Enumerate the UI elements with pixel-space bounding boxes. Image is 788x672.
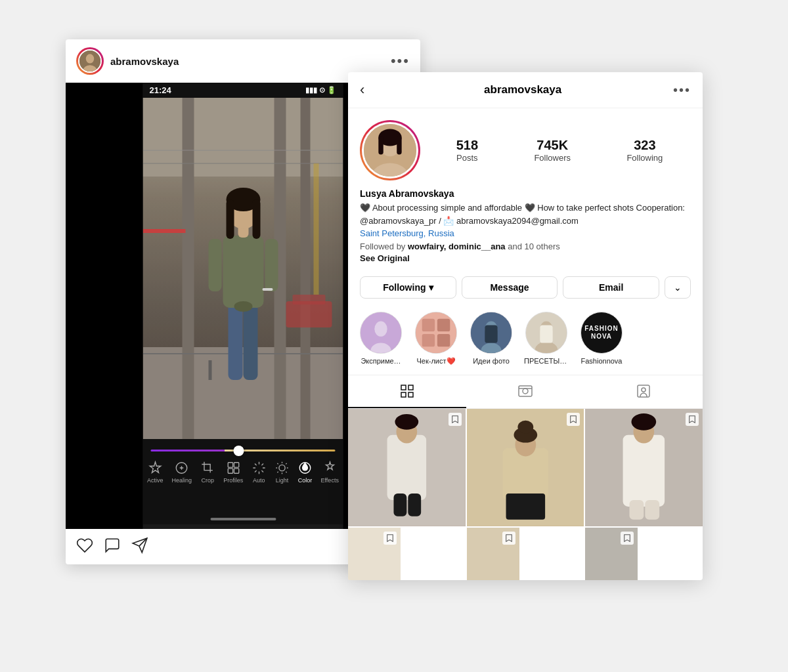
grid-cell-3[interactable] — [348, 528, 401, 580]
grid-cell-5[interactable] — [585, 528, 638, 580]
comment-icon[interactable] — [104, 537, 121, 556]
svg-point-84 — [632, 413, 657, 430]
svg-rect-31 — [234, 463, 238, 467]
edit-tools: Active Healing Crop Profiles — [143, 457, 343, 515]
grid-cell-4[interactable] — [467, 528, 519, 580]
grid-cell-1[interactable] — [467, 409, 584, 526]
post-username: abramovskaya — [110, 56, 179, 67]
profile-more-icon[interactable]: ••• — [673, 83, 691, 98]
back-icon[interactable]: ‹ — [360, 81, 364, 98]
edit-tool-crop[interactable]: Crop — [200, 461, 215, 513]
highlight-item-0[interactable]: Эксприме… — [359, 312, 403, 366]
tab-grid[interactable] — [348, 375, 466, 408]
profile-pic-wrap[interactable] — [360, 120, 420, 180]
tab-bar — [348, 375, 703, 409]
following-button[interactable]: Following ▾ — [360, 276, 456, 299]
grid-cell-0[interactable] — [348, 409, 466, 526]
tab-reels[interactable] — [466, 375, 584, 408]
highlight-label-4: Fashionnova — [581, 357, 623, 365]
edit-tool-profiles[interactable]: Profiles — [223, 461, 243, 513]
profile-bio: Lusya Abramovskaya 🖤 About processing si… — [348, 188, 703, 270]
bio-name: Lusya Abramovskaya — [360, 188, 691, 199]
highlight-item-3[interactable]: ПРЕСЕТЫ/… — [524, 312, 569, 366]
svg-rect-26 — [227, 200, 234, 239]
status-time: 21:24 — [150, 85, 171, 95]
svg-point-68 — [642, 388, 646, 392]
edit-tool-color[interactable]: Color — [297, 461, 312, 513]
following-label: Following — [626, 153, 663, 163]
edit-slider-thumb[interactable] — [234, 446, 244, 456]
profile-handle: abramovskaya — [372, 83, 673, 96]
highlight-item-1[interactable]: Чек-лист❤️ — [414, 312, 458, 366]
svg-rect-33 — [234, 469, 238, 473]
svg-rect-55 — [485, 325, 497, 343]
highlight-label-2: Идеи фото — [473, 357, 510, 365]
post-more-icon[interactable]: ••• — [391, 52, 410, 70]
svg-rect-43 — [397, 136, 401, 155]
tab-tagged[interactable] — [584, 375, 703, 408]
phone-screen: 21:24 ▮▮▮ ⊙ 🔋 Temp: -8 — [143, 83, 343, 529]
dropdown-button[interactable]: ⌄ — [665, 276, 691, 299]
posts-label: Posts — [456, 153, 478, 163]
highlight-item-2[interactable]: Идеи фото — [469, 312, 514, 366]
svg-rect-64 — [519, 386, 532, 396]
svg-rect-50 — [422, 334, 435, 346]
highlight-label-0: Эксприме… — [361, 357, 401, 365]
edit-bar: Active Healing Crop Profiles — [143, 439, 343, 524]
like-icon[interactable] — [76, 537, 93, 556]
stats-group: 518 Posts 745K Followers 323 Following — [428, 138, 691, 163]
svg-rect-74 — [408, 494, 421, 516]
svg-point-45 — [374, 322, 387, 337]
highlight-label-3: ПРЕСЕТЫ/… — [524, 357, 569, 365]
stat-followers[interactable]: 745K Followers — [534, 138, 571, 163]
profile-stats-row: 518 Posts 745K Followers 323 Following — [348, 108, 703, 188]
svg-rect-63 — [408, 392, 413, 397]
edit-tool-active[interactable]: Active — [147, 461, 164, 513]
post-card-user: abramovskaya — [76, 47, 179, 75]
share-icon[interactable] — [131, 537, 148, 556]
bookmark-icon-0 — [449, 413, 462, 426]
message-button[interactable]: Message — [462, 276, 558, 299]
highlight-circle-2 — [470, 312, 512, 354]
svg-point-79 — [517, 421, 533, 434]
see-original-link[interactable]: See Original — [360, 253, 691, 263]
phone-photo — [143, 98, 343, 439]
edit-tool-light[interactable]: Light — [274, 461, 289, 513]
svg-rect-47 — [416, 312, 456, 353]
svg-rect-62 — [401, 392, 406, 397]
bookmark-icon-4 — [502, 532, 515, 545]
followers-label: Followers — [534, 153, 571, 163]
svg-rect-61 — [408, 385, 413, 390]
bookmark-icon-3 — [383, 532, 397, 545]
edit-tool-effects[interactable]: Effects — [321, 461, 339, 513]
bookmark-icon-2 — [686, 413, 699, 426]
bio-location[interactable]: Saint Petersburg, Russia — [360, 228, 454, 238]
svg-rect-67 — [638, 385, 649, 397]
edit-tool-auto[interactable]: Auto — [252, 461, 266, 513]
photo-grid — [348, 409, 703, 580]
home-indicator — [210, 518, 276, 520]
profile-actions: Following ▾ Message Email ⌄ — [348, 270, 703, 306]
svg-point-72 — [395, 414, 418, 430]
email-button[interactable]: Email — [563, 276, 659, 299]
grid-cell-2[interactable] — [585, 409, 703, 526]
svg-rect-18 — [244, 301, 258, 380]
bookmark-icon-1 — [567, 413, 580, 426]
edit-slider-track[interactable] — [151, 450, 336, 452]
svg-rect-60 — [401, 385, 406, 390]
svg-rect-86 — [646, 500, 660, 520]
stat-posts[interactable]: 518 Posts — [456, 138, 478, 163]
edit-tool-healing[interactable]: Healing — [172, 461, 192, 513]
post-avatar[interactable] — [76, 47, 104, 75]
status-bar: 21:24 ▮▮▮ ⊙ 🔋 — [143, 83, 343, 98]
highlight-item-4[interactable]: FASHION NOVA Fashionnova — [579, 312, 624, 366]
fashion-nova-logo: FASHION NOVA — [584, 312, 618, 353]
svg-point-1 — [86, 54, 94, 63]
svg-rect-22 — [265, 239, 278, 291]
svg-rect-48 — [422, 319, 435, 331]
highlight-circle-4: FASHION NOVA — [580, 312, 623, 354]
svg-rect-28 — [263, 288, 273, 291]
svg-rect-19 — [223, 236, 264, 308]
svg-rect-17 — [229, 301, 243, 380]
stat-following[interactable]: 323 Following — [626, 138, 663, 163]
